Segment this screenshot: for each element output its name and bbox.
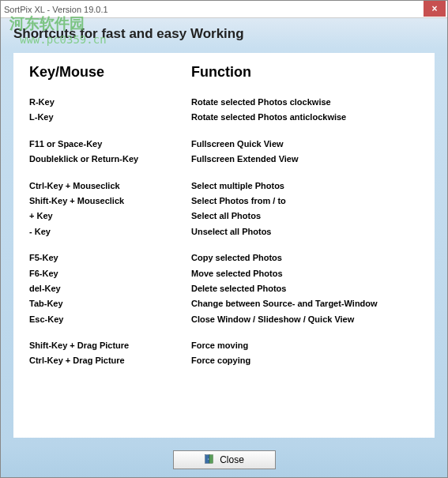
shortcut-function: Fullscreen Extended View xyxy=(191,153,419,165)
table-header: Key/Mouse Function xyxy=(29,64,419,81)
shortcut-function: Force copying xyxy=(191,355,419,367)
table-row: - Key Unselect all Photos xyxy=(29,224,419,239)
table-row: R-Key Rotate selected Photos clockwise xyxy=(29,95,419,110)
shortcut-function: Change between Source- and Target-Window xyxy=(191,298,419,310)
shortcut-function: Copy selected Photos xyxy=(191,252,419,264)
shortcut-function: Rotate selected Photos anticlockwise xyxy=(191,111,419,123)
shortcut-key: F11 or Space-Key xyxy=(29,138,191,150)
shortcut-key: F5-Key xyxy=(29,252,191,264)
shortcut-function: Rotate selected Photos clockwise xyxy=(191,96,419,108)
door-icon xyxy=(204,454,215,467)
table-row: Ctrl-Key + Mouseclick Select multiple Ph… xyxy=(29,179,419,194)
header-function: Function xyxy=(191,64,419,81)
shortcut-function: Move selected Photos xyxy=(191,268,419,280)
svg-point-2 xyxy=(208,458,209,459)
close-icon: × xyxy=(431,3,437,14)
shortcut-group: Ctrl-Key + Mouseclick Select multiple Ph… xyxy=(29,179,419,240)
shortcut-function: Unselect all Photos xyxy=(191,226,419,238)
shortcut-key: L-Key xyxy=(29,111,191,123)
table-row: F5-Key Copy selected Photos xyxy=(29,250,419,265)
shortcut-key: Shift-Key + Drag Picture xyxy=(29,340,191,352)
shortcut-key: F6-Key xyxy=(29,268,191,280)
shortcut-function: Select Photos from / to xyxy=(191,195,419,207)
shortcut-key: Shift-Key + Mouseclick xyxy=(29,195,191,207)
footer: Close xyxy=(1,446,447,477)
table-row: Tab-Key Change between Source- and Targe… xyxy=(29,296,419,311)
shortcut-key: + Key xyxy=(29,210,191,222)
shortcut-group: F11 or Space-Key Fullscreen Quick View D… xyxy=(29,137,419,167)
shortcut-function: Force moving xyxy=(191,340,419,352)
window: SortPix XL - Version 19.0.1 × Shortcuts … xyxy=(0,0,448,478)
titlebar: SortPix XL - Version 19.0.1 × xyxy=(1,1,447,18)
header-key: Key/Mouse xyxy=(29,64,191,81)
table-row: F6-Key Move selected Photos xyxy=(29,266,419,281)
shortcut-function: Fullscreen Quick View xyxy=(191,138,419,150)
table-row: Doubleklick or Return-Key Fullscreen Ext… xyxy=(29,152,419,167)
shortcut-key: Ctrl-Key + Drag Picture xyxy=(29,355,191,367)
shortcut-key: - Key xyxy=(29,226,191,238)
table-row: Esc-Key Close Window / Slideshow / Quick… xyxy=(29,312,419,327)
shortcut-key: Doubleklick or Return-Key xyxy=(29,153,191,165)
shortcut-function: Close Window / Slideshow / Quick View xyxy=(191,314,419,326)
shortcut-group: R-Key Rotate selected Photos clockwise L… xyxy=(29,95,419,126)
table-row: Shift-Key + Mouseclick Select Photos fro… xyxy=(29,194,419,209)
shortcut-group: F5-Key Copy selected Photos F6-Key Move … xyxy=(29,250,419,327)
table-row: F11 or Space-Key Fullscreen Quick View xyxy=(29,137,419,152)
table-row: L-Key Rotate selected Photos anticlockwi… xyxy=(29,110,419,125)
table-row: Ctrl-Key + Drag Picture Force copying xyxy=(29,353,419,368)
table-row: Shift-Key + Drag Picture Force moving xyxy=(29,338,419,353)
close-button-label: Close xyxy=(220,454,244,465)
shortcut-function: Select all Photos xyxy=(191,210,419,222)
shortcut-function: Select multiple Photos xyxy=(191,180,419,192)
close-button[interactable]: Close xyxy=(173,450,276,469)
window-close-button[interactable]: × xyxy=(424,1,446,17)
shortcut-key: Esc-Key xyxy=(29,314,191,326)
shortcut-key: Ctrl-Key + Mouseclick xyxy=(29,180,191,192)
content-area: Key/Mouse Function R-Key Rotate selected… xyxy=(1,48,447,446)
svg-rect-1 xyxy=(209,454,213,463)
shortcut-group: Shift-Key + Drag Picture Force moving Ct… xyxy=(29,338,419,369)
page-title: Shortcuts for fast and easy Working xyxy=(13,26,435,42)
banner: Shortcuts for fast and easy Working xyxy=(1,18,447,48)
table-row: del-Key Delete selected Photos xyxy=(29,281,419,296)
window-title: SortPix XL - Version 19.0.1 xyxy=(4,5,108,14)
shortcut-key: R-Key xyxy=(29,96,191,108)
shortcut-function: Delete selected Photos xyxy=(191,283,419,295)
table-row: + Key Select all Photos xyxy=(29,209,419,224)
shortcut-key: Tab-Key xyxy=(29,298,191,310)
shortcut-key: del-Key xyxy=(29,283,191,295)
shortcuts-panel: Key/Mouse Function R-Key Rotate selected… xyxy=(13,53,435,438)
